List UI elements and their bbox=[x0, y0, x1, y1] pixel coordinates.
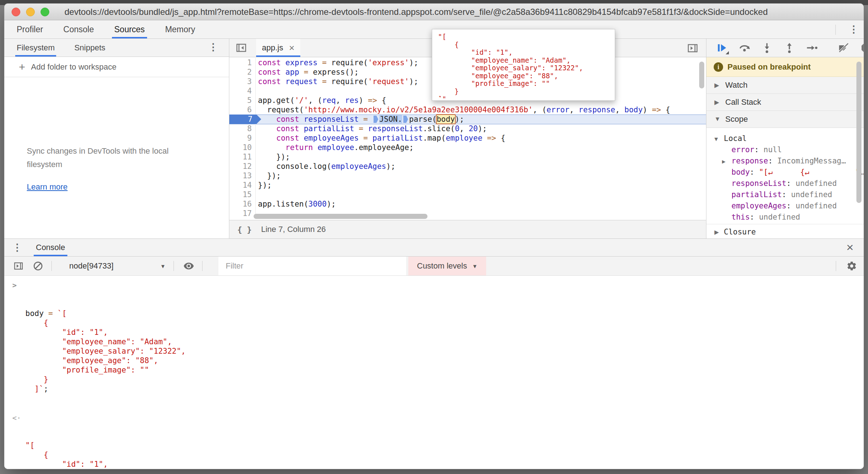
console-result: <· "[ { "id": "1", "employee_name": "Ada… bbox=[4, 412, 864, 469]
line-number[interactable]: 10 bbox=[229, 143, 255, 152]
line-number-gutter[interactable]: 1234567891011121314151617 bbox=[229, 58, 256, 218]
line-number[interactable]: 13 bbox=[229, 171, 255, 180]
step-over-icon[interactable] bbox=[738, 42, 751, 54]
debugger-vertical-scrollbar[interactable] bbox=[856, 62, 861, 203]
line-number[interactable]: 15 bbox=[229, 190, 255, 199]
navigator-menu-icon[interactable]: ⋮ bbox=[203, 42, 223, 52]
minimize-window-button[interactable] bbox=[26, 8, 35, 16]
scope-entry: ▼Local bbox=[706, 133, 864, 144]
tab-console[interactable]: Console bbox=[61, 20, 96, 38]
tooltip-line: "profile_image": "" bbox=[438, 80, 609, 88]
line-number[interactable]: 5 bbox=[229, 96, 255, 105]
editor-vertical-scrollbar[interactable] bbox=[699, 62, 704, 88]
console-result-line: "[ bbox=[25, 441, 864, 450]
tooltip-line: "employee_age": "88", bbox=[438, 72, 609, 80]
line-number[interactable]: 14 bbox=[229, 180, 255, 190]
tab-memory[interactable]: Memory bbox=[163, 20, 197, 38]
close-drawer-icon[interactable]: × bbox=[843, 240, 856, 254]
custom-levels-dropdown[interactable]: Custom levels ▼ bbox=[408, 257, 486, 275]
editor-status-bar: { } Line 7, Column 26 bbox=[229, 220, 706, 238]
tab-snippets[interactable]: Snippets bbox=[73, 39, 107, 57]
plus-icon: + bbox=[19, 61, 25, 73]
tab-filesystem[interactable]: Filesystem bbox=[15, 39, 56, 57]
line-number[interactable]: 11 bbox=[229, 152, 255, 162]
pretty-print-icon[interactable]: { } bbox=[237, 225, 252, 234]
devtools-window: devtools://devtools/bundled/js_app.html?… bbox=[4, 4, 864, 469]
custom-levels-label: Custom levels bbox=[417, 261, 467, 271]
info-icon: i bbox=[714, 62, 723, 72]
section-call-stack[interactable]: ▶ Call Stack bbox=[706, 94, 864, 111]
console-echo-line: "employee_name": "Adam", bbox=[25, 337, 864, 346]
window-titlebar[interactable]: devtools://devtools/bundled/js_app.html?… bbox=[4, 4, 864, 20]
zoom-window-button[interactable] bbox=[41, 8, 49, 16]
line-number[interactable]: 4 bbox=[229, 86, 255, 96]
main-tab-bar-right: ⋮ bbox=[827, 20, 864, 39]
console-messages[interactable]: > body = `[ { "id": "1", "employee_name"… bbox=[4, 276, 864, 469]
console-echo-line: ]`; bbox=[25, 384, 864, 394]
code-line: request('http://www.mocky.io/v2/5e1a9a2e… bbox=[256, 105, 706, 115]
tab-profiler[interactable]: Profiler bbox=[14, 20, 45, 38]
window-title-url: devtools://devtools/bundled/js_app.html?… bbox=[64, 7, 768, 17]
add-folder-button[interactable]: + Add folder to workspace bbox=[4, 57, 229, 77]
navigator-pane: Filesystem Snippets ⋮ + Add folder to wo… bbox=[4, 39, 229, 238]
file-tab-appjs[interactable]: app.js × bbox=[256, 39, 300, 57]
section-watch[interactable]: ▶ Watch bbox=[706, 77, 864, 94]
line-number[interactable]: 9 bbox=[229, 133, 255, 143]
line-number[interactable]: 2 bbox=[229, 67, 255, 77]
line-number[interactable]: 6 bbox=[229, 105, 255, 115]
live-expression-eye-icon[interactable] bbox=[183, 261, 194, 271]
tooltip-line: { bbox=[438, 41, 609, 49]
section-scope[interactable]: ▼ Scope bbox=[706, 111, 864, 128]
scope-tree[interactable]: ▼Localerror: null▶response: IncomingMess… bbox=[706, 128, 864, 224]
console-menu-icon[interactable]: ⋮ bbox=[9, 243, 26, 253]
console-header: ⋮ Console × bbox=[4, 239, 864, 257]
line-number[interactable]: 17 bbox=[229, 209, 255, 218]
context-label: node[94733] bbox=[69, 261, 113, 271]
learn-more-link[interactable]: Learn more bbox=[27, 182, 68, 192]
call-stack-label: Call Stack bbox=[725, 97, 761, 107]
chevron-down-icon: ▼ bbox=[714, 116, 725, 123]
horizontal-scrollbar[interactable] bbox=[254, 214, 427, 219]
tab-sources[interactable]: Sources bbox=[112, 20, 147, 38]
step-icon[interactable] bbox=[806, 42, 818, 54]
hide-navigator-icon[interactable] bbox=[235, 42, 247, 54]
navigator-tab-bar: Filesystem Snippets ⋮ bbox=[4, 39, 229, 57]
line-number[interactable]: 1 bbox=[229, 58, 255, 67]
close-window-button[interactable] bbox=[12, 8, 20, 16]
console-settings-gear-icon[interactable] bbox=[846, 261, 857, 271]
closure-label: Closure bbox=[724, 228, 756, 236]
show-debugger-icon[interactable] bbox=[687, 42, 699, 54]
console-input-echo: > body = `[ { "id": "1", "employee_name"… bbox=[4, 276, 864, 412]
execution-context-dropdown[interactable]: node[94733] ▼ bbox=[69, 261, 166, 271]
resume-script-icon[interactable] bbox=[716, 42, 728, 54]
line-number[interactable]: 3 bbox=[229, 77, 255, 86]
pause-on-exceptions-icon[interactable] bbox=[860, 42, 864, 54]
line-number[interactable]: 16 bbox=[229, 199, 255, 209]
console-echo-line: "profile_image": "" bbox=[25, 365, 864, 375]
console-result-line: { bbox=[25, 450, 864, 460]
filter-input[interactable] bbox=[218, 257, 406, 275]
debugger-pane: i Paused on breakpoint ▶ Watch ▶ Call St… bbox=[706, 39, 864, 238]
console-result-line: "id": "1", bbox=[25, 460, 864, 469]
section-closure[interactable]: ▶ Closure bbox=[706, 224, 864, 240]
clear-console-icon[interactable] bbox=[33, 261, 43, 271]
inline-breakpoint-marker-icon[interactable] bbox=[374, 116, 378, 123]
step-out-icon[interactable] bbox=[783, 42, 796, 54]
console-drawer: ⋮ Console × node[94733] ▼ bbox=[4, 238, 864, 469]
console-toolbar: node[94733] ▼ Custom levels ▼ bbox=[4, 257, 864, 276]
tooltip-line: "employee_name": "Adam", bbox=[438, 57, 609, 65]
paused-label: Paused on breakpoint bbox=[727, 62, 811, 72]
line-number[interactable]: 12 bbox=[229, 162, 255, 171]
line-number[interactable]: 8 bbox=[229, 124, 255, 133]
show-console-sidebar-icon[interactable] bbox=[13, 261, 24, 271]
filter-field[interactable] bbox=[218, 257, 406, 275]
close-file-icon[interactable]: × bbox=[289, 42, 295, 54]
tab-console-drawer[interactable]: Console bbox=[34, 239, 67, 256]
devtools-menu-icon[interactable]: ⋮ bbox=[844, 25, 864, 34]
step-into-icon[interactable] bbox=[761, 42, 773, 54]
divider bbox=[835, 25, 836, 35]
deactivate-breakpoints-icon[interactable] bbox=[838, 42, 850, 54]
inline-breakpoint-marker-icon[interactable] bbox=[403, 116, 408, 123]
breakpoint-line-number[interactable]: 7 bbox=[229, 115, 261, 124]
chevron-right-icon: ▶ bbox=[714, 82, 725, 89]
